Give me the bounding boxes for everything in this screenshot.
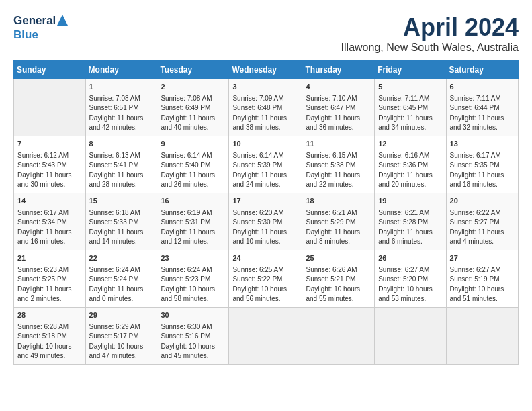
day-number: 14 xyxy=(17,196,82,207)
day-number: 7 xyxy=(17,139,82,150)
calendar-cell xyxy=(375,307,446,364)
calendar-cell: 5Sunrise: 7:11 AMSunset: 6:45 PMDaylight… xyxy=(375,79,446,136)
calendar-body: 1Sunrise: 7:08 AMSunset: 6:51 PMDaylight… xyxy=(14,79,519,365)
cell-info: Sunrise: 6:29 AM xyxy=(89,322,154,332)
day-number: 28 xyxy=(17,310,82,321)
cell-info: and 0 minutes. xyxy=(89,294,154,304)
calendar-cell xyxy=(302,307,375,364)
day-number: 19 xyxy=(378,196,442,207)
cell-info: Sunrise: 6:24 AM xyxy=(89,265,154,275)
cell-info: Daylight: 11 hours xyxy=(161,228,225,238)
calendar-cell: 1Sunrise: 7:08 AMSunset: 6:51 PMDaylight… xyxy=(85,79,157,136)
cell-info: and 6 minutes. xyxy=(378,237,442,247)
cell-info: Sunset: 6:49 PM xyxy=(161,103,225,113)
cell-info: Daylight: 11 hours xyxy=(378,228,442,238)
cell-info: Sunrise: 7:08 AM xyxy=(161,94,225,104)
cell-info: Sunset: 5:27 PM xyxy=(450,218,515,228)
calendar-table: SundayMondayTuesdayWednesdayThursdayFrid… xyxy=(13,60,519,365)
cell-info: Sunset: 6:48 PM xyxy=(232,103,298,113)
cell-info: and 45 minutes. xyxy=(161,351,225,361)
day-number: 4 xyxy=(306,82,371,93)
calendar-cell: 14Sunrise: 6:17 AMSunset: 5:34 PMDayligh… xyxy=(14,193,86,250)
cell-info: Sunset: 5:35 PM xyxy=(450,161,515,171)
week-row-5: 28Sunrise: 6:28 AMSunset: 5:18 PMDayligh… xyxy=(14,307,519,364)
cell-info: Sunrise: 7:11 AM xyxy=(378,94,442,104)
weekday-friday: Friday xyxy=(375,61,446,79)
cell-info: Sunset: 5:20 PM xyxy=(378,275,442,285)
calendar-cell: 26Sunrise: 6:27 AMSunset: 5:20 PMDayligh… xyxy=(375,250,446,307)
calendar-cell: 28Sunrise: 6:28 AMSunset: 5:18 PMDayligh… xyxy=(14,307,86,364)
cell-info: Daylight: 11 hours xyxy=(306,171,371,181)
calendar-cell: 6Sunrise: 7:11 AMSunset: 6:44 PMDaylight… xyxy=(446,79,518,136)
cell-info: Sunset: 5:29 PM xyxy=(306,218,371,228)
day-number: 25 xyxy=(306,253,371,264)
day-number: 5 xyxy=(378,82,442,93)
cell-info: Daylight: 10 hours xyxy=(17,342,82,352)
day-number: 2 xyxy=(161,82,225,93)
cell-info: Sunrise: 6:27 AM xyxy=(450,265,515,275)
weekday-saturday: Saturday xyxy=(446,61,518,79)
cell-info: Sunset: 6:47 PM xyxy=(306,103,371,113)
calendar-cell: 12Sunrise: 6:16 AMSunset: 5:36 PMDayligh… xyxy=(375,136,446,193)
cell-info: and 34 minutes. xyxy=(378,123,442,133)
cell-info: Sunset: 5:36 PM xyxy=(378,161,442,171)
cell-info: Daylight: 11 hours xyxy=(306,228,371,238)
cell-info: Sunrise: 6:24 AM xyxy=(161,265,225,275)
day-number: 16 xyxy=(161,196,225,207)
cell-info: Daylight: 11 hours xyxy=(232,171,298,181)
calendar-cell: 8Sunrise: 6:13 AMSunset: 5:41 PMDaylight… xyxy=(85,136,157,193)
cell-info: Sunrise: 7:08 AM xyxy=(89,94,154,104)
cell-info: Sunrise: 6:13 AM xyxy=(89,151,154,161)
calendar-cell: 25Sunrise: 6:26 AMSunset: 5:21 PMDayligh… xyxy=(302,250,375,307)
cell-info: Daylight: 11 hours xyxy=(17,285,82,295)
cell-info: and 28 minutes. xyxy=(89,180,154,190)
location: Illawong, New South Wales, Australia xyxy=(341,42,519,54)
cell-info: and 53 minutes. xyxy=(378,294,442,304)
cell-info: Daylight: 11 hours xyxy=(161,171,225,181)
cell-info: Sunrise: 6:15 AM xyxy=(306,151,371,161)
cell-info: Sunset: 6:51 PM xyxy=(89,103,154,113)
logo-general: General xyxy=(13,14,56,28)
cell-info: and 20 minutes. xyxy=(378,180,442,190)
logo: General Blue xyxy=(13,13,68,42)
cell-info: Sunset: 5:41 PM xyxy=(89,161,154,171)
weekday-tuesday: Tuesday xyxy=(157,61,229,79)
cell-info: and 2 minutes. xyxy=(17,294,82,304)
cell-info: Daylight: 11 hours xyxy=(378,113,442,124)
cell-info: Daylight: 11 hours xyxy=(89,113,154,124)
cell-info: Sunrise: 6:17 AM xyxy=(17,208,82,218)
cell-info: and 14 minutes. xyxy=(89,237,154,247)
cell-info: Daylight: 10 hours xyxy=(378,285,442,295)
cell-info: Sunset: 5:40 PM xyxy=(161,161,225,171)
calendar-cell: 24Sunrise: 6:25 AMSunset: 5:22 PMDayligh… xyxy=(229,250,302,307)
cell-info: Sunset: 5:43 PM xyxy=(17,161,82,171)
cell-info: Sunrise: 6:17 AM xyxy=(450,151,515,161)
cell-info: Sunset: 5:25 PM xyxy=(17,275,82,285)
cell-info: and 30 minutes. xyxy=(17,180,82,190)
cell-info: Sunset: 5:21 PM xyxy=(306,275,371,285)
cell-info: Sunrise: 6:22 AM xyxy=(450,208,515,218)
cell-info: and 32 minutes. xyxy=(450,123,515,133)
cell-info: Sunset: 5:30 PM xyxy=(232,218,298,228)
svg-marker-0 xyxy=(57,15,68,26)
day-number: 17 xyxy=(232,196,298,207)
cell-info: Daylight: 11 hours xyxy=(232,113,298,124)
calendar-cell: 17Sunrise: 6:20 AMSunset: 5:30 PMDayligh… xyxy=(229,193,302,250)
cell-info: Sunrise: 6:14 AM xyxy=(161,151,225,161)
logo-triangle-icon xyxy=(57,15,68,28)
cell-info: and 16 minutes. xyxy=(17,237,82,247)
cell-info: Sunrise: 6:21 AM xyxy=(378,208,442,218)
cell-info: and 18 minutes. xyxy=(450,180,515,190)
calendar-cell: 16Sunrise: 6:19 AMSunset: 5:31 PMDayligh… xyxy=(157,193,229,250)
calendar-cell: 23Sunrise: 6:24 AMSunset: 5:23 PMDayligh… xyxy=(157,250,229,307)
cell-info: Daylight: 11 hours xyxy=(306,113,371,124)
cell-info: Daylight: 11 hours xyxy=(450,171,515,181)
cell-info: Sunset: 5:18 PM xyxy=(17,332,82,342)
day-number: 18 xyxy=(306,196,371,207)
weekday-header-row: SundayMondayTuesdayWednesdayThursdayFrid… xyxy=(14,61,519,79)
cell-info: Sunrise: 6:16 AM xyxy=(378,151,442,161)
cell-info: Sunset: 6:44 PM xyxy=(450,103,515,113)
cell-info: Sunset: 5:24 PM xyxy=(89,275,154,285)
title-area: April 2024 Illawong, New South Wales, Au… xyxy=(341,13,519,54)
calendar-cell: 30Sunrise: 6:30 AMSunset: 5:16 PMDayligh… xyxy=(157,307,229,364)
